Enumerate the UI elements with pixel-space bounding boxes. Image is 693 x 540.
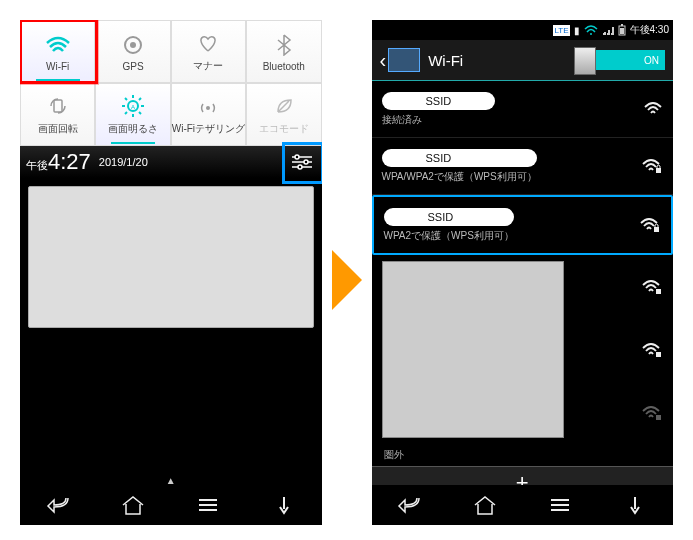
qs-tile-tethering[interactable]: Wi-Fiテザリング: [171, 83, 246, 146]
date: 2019/1/20: [99, 156, 148, 168]
qs-label: Bluetooth: [263, 61, 305, 72]
notification-card[interactable]: [28, 186, 314, 328]
wifi-signal-lock-icon: [641, 405, 663, 421]
svg-point-1: [130, 42, 136, 48]
home-button[interactable]: [470, 492, 500, 518]
header-title: Wi-Fi: [428, 52, 584, 69]
ssid-label: SSID: [382, 149, 537, 167]
wifi-settings-header: ‹ Wi-Fi ON: [372, 40, 674, 81]
nav-bar: ▲: [20, 485, 322, 525]
nav-up-caret-icon[interactable]: ▲: [166, 475, 176, 486]
svg-rect-27: [656, 168, 661, 173]
wifi-signal-lock-icon: [641, 158, 663, 174]
ssid-label: SSID: [384, 208, 514, 226]
wifi-signal-lock-icon: [641, 342, 663, 358]
svg-rect-28: [654, 227, 659, 232]
wifi-network-list: SSID 接続済み SSID WPA/WPA2で保護（WPS利用可） SSID …: [372, 81, 674, 462]
signal-icon: ▮: [574, 25, 580, 36]
ssid-label: SSID: [382, 92, 496, 110]
wifi-header-thumb-icon: [388, 48, 420, 72]
heart-vibrate-icon: [195, 30, 221, 56]
svg-rect-30: [656, 352, 661, 357]
svg-point-13: [206, 106, 210, 110]
phone-screenshot-left: Wi-Fi GPS マナー Bluetooth 画面回転 A 画面明るさ Wi-…: [20, 20, 322, 525]
svg-rect-29: [656, 289, 661, 294]
down-arrow-button[interactable]: [620, 492, 650, 518]
clock: 午後4:27: [26, 149, 91, 175]
highlight-blue-settings: [282, 142, 322, 184]
svg-line-8: [125, 98, 127, 100]
back-button[interactable]: [394, 492, 424, 518]
svg-text:A: A: [131, 104, 135, 110]
wifi-toggle[interactable]: ON: [584, 50, 665, 70]
highlight-red-wifi-tile: [20, 20, 98, 84]
cell-signal-icon: [602, 25, 614, 35]
qs-tile-bluetooth[interactable]: Bluetooth: [246, 20, 321, 83]
back-caret-icon[interactable]: ‹: [380, 49, 387, 72]
flow-arrow-icon: [332, 250, 362, 310]
svg-line-9: [139, 112, 141, 114]
svg-line-10: [125, 112, 127, 114]
nav-bar: [372, 485, 674, 525]
wifi-signal-lock-icon: [639, 217, 661, 233]
qs-label: Wi-Fiテザリング: [172, 122, 245, 136]
menu-button[interactable]: [193, 492, 223, 518]
back-button[interactable]: [43, 492, 73, 518]
qs-tile-rotation[interactable]: 画面回転: [20, 83, 95, 146]
wifi-icon: [584, 24, 598, 36]
out-of-range-label: 圏外: [384, 448, 662, 462]
network-status: WPA/WPA2で保護（WPS利用可）: [382, 170, 537, 184]
blank-placeholder: [382, 261, 564, 438]
wifi-network-row[interactable]: SSID WPA/WPA2で保護（WPS利用可）: [372, 138, 674, 195]
wifi-network-row-highlighted[interactable]: SSID WPA2で保護（WPS利用可）: [372, 195, 674, 255]
wifi-signal-lock-icon: [641, 279, 663, 295]
menu-button[interactable]: [545, 492, 575, 518]
wifi-signal-icon: [643, 101, 663, 117]
tethering-icon: [195, 93, 221, 119]
wifi-network-row[interactable]: SSID 接続済み: [372, 81, 674, 138]
qs-label: GPS: [123, 61, 144, 72]
lte-icon: LTE: [553, 25, 569, 36]
bluetooth-icon: [271, 32, 297, 58]
svg-rect-31: [656, 415, 661, 420]
qs-tile-manner[interactable]: マナー: [171, 20, 246, 83]
qs-label: エコモード: [259, 122, 309, 136]
qs-label: 画面明るさ: [108, 122, 158, 136]
qs-tile-eco[interactable]: エコモード: [246, 83, 321, 146]
qs-tile-gps[interactable]: GPS: [95, 20, 170, 83]
battery-icon: [618, 24, 626, 36]
svg-line-11: [139, 98, 141, 100]
svg-rect-26: [620, 28, 624, 34]
svg-point-23: [590, 33, 592, 35]
phone-screenshot-right: LTE ▮ 午後4:30 ‹ Wi-Fi ON SSID 接続済み SSID W…: [372, 20, 674, 525]
svg-rect-25: [621, 24, 623, 26]
brightness-icon: A: [120, 93, 146, 119]
down-arrow-button[interactable]: [269, 492, 299, 518]
toggle-label: ON: [644, 55, 659, 66]
svg-rect-2: [54, 100, 62, 112]
gps-icon: [120, 32, 146, 58]
rotate-icon: [45, 93, 71, 119]
status-bar: LTE ▮ 午後4:30: [372, 20, 674, 40]
status-row: 午後4:27 2019/1/20: [20, 146, 322, 178]
network-status: WPA2で保護（WPS利用可）: [384, 229, 514, 243]
qs-label: マナー: [193, 59, 223, 73]
status-time: 午後4:30: [630, 23, 669, 37]
qs-label: 画面回転: [38, 122, 78, 136]
home-button[interactable]: [118, 492, 148, 518]
leaf-icon: [271, 93, 297, 119]
qs-tile-brightness[interactable]: A 画面明るさ: [95, 83, 170, 146]
network-status: 接続済み: [382, 113, 496, 127]
